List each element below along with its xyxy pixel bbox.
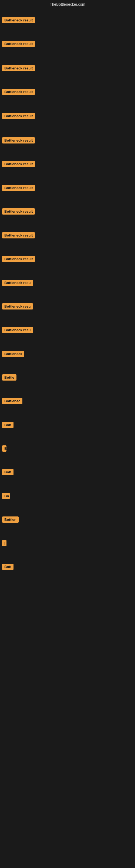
bottleneck-result-badge: Bo: [2, 493, 10, 499]
list-item[interactable]: Bottleneck result: [1, 230, 36, 240]
site-title: TheBottlenecker.com: [0, 0, 135, 8]
list-item[interactable]: Bottleneck result: [1, 207, 36, 216]
list-item[interactable]: Bottleneck result: [1, 135, 36, 145]
bottleneck-result-badge: Bott: [2, 422, 13, 428]
bottleneck-result-badge: Bottleneck result: [2, 17, 35, 23]
list-item[interactable]: Bottlen: [1, 515, 20, 524]
list-item[interactable]: Bottleneck result: [1, 183, 36, 193]
bottleneck-result-badge: Bottleneck result: [2, 137, 35, 144]
bottleneck-result-badge: Bottleneck resu: [2, 280, 33, 286]
bottleneck-result-badge: Bottleneck result: [2, 113, 35, 119]
bottleneck-result-badge: Bottleneck result: [2, 208, 35, 215]
bottleneck-result-badge: Bottleneck result: [2, 41, 35, 47]
bottleneck-result-badge: Bottleneck result: [2, 89, 35, 95]
list-item[interactable]: Bottleneck result: [1, 63, 36, 73]
bottleneck-result-badge: Bott: [2, 469, 13, 475]
bottleneck-result-badge: Bottleneck resu: [2, 303, 33, 310]
bottleneck-result-badge: |: [2, 540, 6, 546]
bottleneck-result-badge: Bottleneck result: [2, 232, 35, 239]
list-item[interactable]: Bott: [1, 420, 14, 430]
bottleneck-result-badge: B: [2, 445, 6, 452]
list-item[interactable]: Bottleneck resu: [1, 302, 34, 311]
list-item[interactable]: Bottleneck resu: [1, 278, 34, 287]
list-item[interactable]: Bott: [1, 467, 14, 477]
list-item[interactable]: Bottle: [1, 373, 17, 382]
list-item[interactable]: Bottleneck resu: [1, 325, 34, 335]
list-item[interactable]: B: [1, 444, 8, 453]
bottleneck-result-badge: Bottlenec: [2, 398, 22, 404]
list-item[interactable]: Bottlenec: [1, 396, 24, 406]
bottleneck-result-badge: Bottle: [2, 374, 16, 380]
bottleneck-result-badge: Bott: [2, 564, 13, 570]
bottleneck-result-badge: Bottleneck result: [2, 65, 35, 71]
list-item[interactable]: Bo: [1, 491, 11, 501]
bottleneck-result-badge: Bottleneck result: [2, 256, 35, 262]
list-item[interactable]: Bottleneck result: [1, 111, 36, 121]
list-item[interactable]: Bottleneck result: [1, 159, 36, 169]
list-item[interactable]: Bottleneck result: [1, 16, 36, 25]
list-item[interactable]: Bottleneck result: [1, 254, 36, 264]
bottleneck-result-badge: Bottleneck: [2, 351, 24, 357]
bottleneck-result-badge: Bottleneck result: [2, 185, 35, 191]
bottleneck-result-badge: Bottleneck result: [2, 161, 35, 167]
list-item[interactable]: |: [1, 538, 8, 548]
list-item[interactable]: Bott: [1, 562, 14, 571]
bottleneck-result-badge: Bottlen: [2, 517, 18, 523]
list-item[interactable]: Bottleneck result: [1, 87, 36, 97]
site-title-bar: TheBottlenecker.com: [0, 0, 135, 8]
list-item[interactable]: Bottleneck result: [1, 39, 36, 49]
list-item[interactable]: Bottleneck: [1, 349, 26, 359]
bottleneck-result-badge: Bottleneck resu: [2, 327, 33, 333]
